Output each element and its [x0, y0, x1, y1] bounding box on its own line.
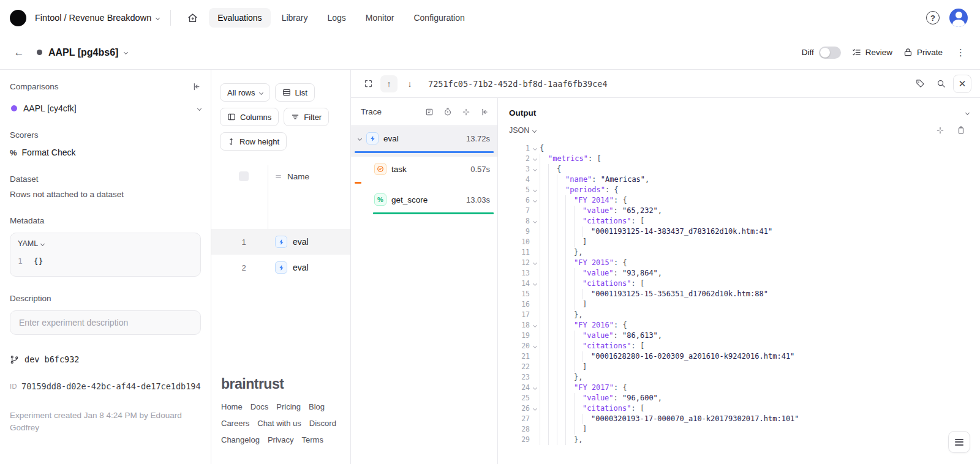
- indent-guide: [548, 247, 557, 258]
- name-column-header[interactable]: Name: [268, 172, 309, 181]
- json-key: "value": [582, 206, 614, 216]
- indent-guide: [548, 185, 557, 195]
- close-panel-button[interactable]: ✕: [953, 75, 971, 93]
- fold-toggle[interactable]: [530, 341, 540, 351]
- indent-guide: [540, 174, 548, 185]
- footer-link-blog[interactable]: Blog: [309, 402, 325, 411]
- expand-row-button[interactable]: [360, 75, 377, 92]
- collapse-trace-button[interactable]: [477, 104, 492, 120]
- tab-configuration[interactable]: Configuration: [405, 8, 473, 28]
- footer-link-home[interactable]: Home: [221, 402, 243, 411]
- json-viewer[interactable]: 1{2"metrics": [3{4"name": "Americas",5"p…: [498, 140, 980, 464]
- chevron-down-icon[interactable]: [358, 136, 362, 140]
- metadata-editor[interactable]: YAML 1 {}: [10, 233, 201, 277]
- indent-guide: [548, 195, 557, 206]
- indent-guide: [548, 299, 557, 310]
- timing-view-button[interactable]: [440, 104, 456, 120]
- fold-toggle[interactable]: [530, 383, 540, 393]
- filter-button[interactable]: Filter: [284, 108, 329, 126]
- fold-toggle[interactable]: [530, 143, 540, 154]
- home-button[interactable]: [182, 7, 203, 28]
- experiment-id[interactable]: 70159dd8-d02e-42bc-af44-de17ce1db194: [21, 381, 201, 391]
- grip-icon: [274, 173, 282, 181]
- row-navigator-button[interactable]: [948, 431, 970, 453]
- footer-link-terms[interactable]: Terms: [302, 435, 323, 444]
- fold-toggle[interactable]: [530, 216, 540, 226]
- indent-guide: [574, 279, 582, 289]
- span-timeline-bar: [355, 151, 494, 153]
- line-number: 22: [509, 362, 530, 372]
- scorer-item[interactable]: % Format Check: [10, 148, 201, 157]
- view-list-button[interactable]: List: [275, 83, 315, 102]
- collapse-output-chevron[interactable]: [965, 110, 970, 114]
- select-all-checkbox[interactable]: [239, 171, 249, 181]
- fold-toggle[interactable]: [530, 258, 540, 268]
- back-button[interactable]: ←: [10, 43, 28, 62]
- footer-link-discord[interactable]: Discord: [309, 419, 336, 428]
- fold-toggle[interactable]: [530, 403, 540, 414]
- center-view-button[interactable]: [458, 104, 474, 120]
- notes-view-button[interactable]: [421, 104, 437, 120]
- previous-row-button[interactable]: ↑: [380, 75, 398, 92]
- fold-toggle[interactable]: [530, 164, 540, 174]
- indent-guide: [540, 164, 548, 174]
- private-button[interactable]: Private: [903, 48, 943, 57]
- trace-span-task[interactable]: task0.57s: [351, 157, 497, 187]
- fold-toggle[interactable]: [530, 279, 540, 289]
- fold-toggle[interactable]: [530, 154, 540, 164]
- rows-filter-button[interactable]: All rows: [220, 83, 270, 102]
- git-branch-label[interactable]: dev b6fc932: [24, 354, 79, 364]
- experiment-switcher[interactable]: AAPL [pg4bs6]: [37, 47, 127, 58]
- footer-link-row: CareersChat with usDiscord: [221, 419, 341, 428]
- row-name-cell: eval: [268, 261, 309, 274]
- chevron-down-icon: [40, 241, 45, 245]
- tag-button[interactable]: [911, 75, 929, 92]
- next-row-button[interactable]: ↓: [401, 75, 418, 92]
- table-row[interactable]: 2eval: [211, 255, 350, 280]
- footer-link-chat-with-us[interactable]: Chat with us: [257, 419, 301, 428]
- fold-toggle[interactable]: [530, 195, 540, 206]
- search-button[interactable]: [932, 75, 949, 92]
- fold-toggle[interactable]: [530, 185, 540, 195]
- columns-button[interactable]: Columns: [220, 108, 279, 126]
- diff-toggle[interactable]: [819, 47, 841, 59]
- braintrust-logo[interactable]: [10, 10, 26, 26]
- comparison-experiment[interactable]: AAPL [cy4cfk]: [11, 103, 201, 113]
- tab-library[interactable]: Library: [273, 8, 317, 28]
- footer-link-docs[interactable]: Docs: [251, 402, 269, 411]
- review-button[interactable]: Review: [852, 48, 892, 57]
- table-row[interactable]: 1eval: [211, 229, 350, 255]
- line-number: 14: [509, 279, 530, 289]
- json-punct: :: [614, 393, 622, 403]
- project-switcher[interactable]: Fintool / Revenue Breakdown: [35, 13, 159, 23]
- row-height-button[interactable]: Row height: [220, 132, 287, 151]
- json-punct: ]: [582, 237, 587, 247]
- code-line: 9"0001193125-14-383437_d783162d10k.htm:4…: [509, 226, 980, 237]
- chevron-down-icon: [532, 219, 537, 223]
- trace-span-eval[interactable]: eval13.72s: [351, 126, 497, 157]
- tab-evaluations[interactable]: Evaluations: [209, 8, 270, 28]
- trace-span-get_score[interactable]: %get_score13.03s: [351, 187, 497, 218]
- description-input[interactable]: [10, 310, 201, 335]
- expand-json-button[interactable]: [932, 122, 948, 138]
- tab-logs[interactable]: Logs: [318, 8, 354, 28]
- format-select[interactable]: JSON: [509, 126, 536, 135]
- fold-spacer: [530, 206, 540, 216]
- footer-link-changelog[interactable]: Changelog: [221, 435, 260, 444]
- metadata-format-select[interactable]: YAML: [18, 239, 193, 248]
- collapse-sidebar-icon[interactable]: [192, 82, 201, 91]
- more-menu-button[interactable]: ⋮: [954, 47, 968, 58]
- footer-link-privacy[interactable]: Privacy: [268, 435, 294, 444]
- avatar[interactable]: [949, 9, 968, 27]
- indent-guide: [582, 351, 591, 362]
- footer-link-pricing[interactable]: Pricing: [276, 402, 301, 411]
- span-timeline-bar: [373, 212, 494, 214]
- tab-monitor[interactable]: Monitor: [357, 8, 403, 28]
- fold-toggle[interactable]: [530, 320, 540, 331]
- line-number: 12: [509, 258, 530, 268]
- footer-link-careers[interactable]: Careers: [221, 419, 249, 428]
- json-punct: : {: [614, 383, 627, 393]
- help-button[interactable]: ?: [926, 11, 940, 24]
- indent-guide: [557, 268, 565, 279]
- copy-json-button[interactable]: [953, 122, 969, 138]
